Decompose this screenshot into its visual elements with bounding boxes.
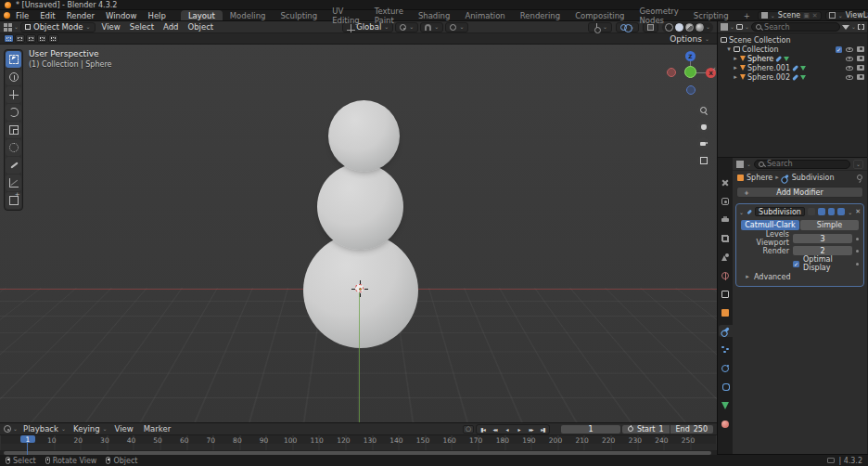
outliner-row-sphere-002[interactable]: ▸ Sphere.002 [718,72,867,82]
workspace-tab[interactable]: Compositing [568,10,632,20]
workspace-tab[interactable]: Rendering [513,10,568,20]
properties-search[interactable] [754,160,850,169]
filter-icon[interactable] [842,25,849,30]
workspace-tab[interactable]: Geometry Nodes [632,10,685,20]
show-in-viewport-toggle[interactable] [828,208,836,215]
blender-menu-icon[interactable] [4,12,10,19]
hide-in-viewport-icon[interactable] [846,57,853,61]
expand-icon[interactable]: ▸ [733,64,738,71]
properties-tab-physics[interactable] [719,362,733,374]
subdivision-type-button[interactable]: Simple [800,220,859,230]
menu-item[interactable]: File [10,10,34,20]
animate-property-icon[interactable] [856,263,859,265]
properties-tab-data[interactable] [719,399,733,411]
subdivision-type-button[interactable]: Catmull-Clark [741,220,799,230]
shading-rendered-button[interactable] [696,23,704,32]
timeline-menu-item[interactable]: Playback⌄ [19,424,70,434]
timeline-track[interactable] [0,444,717,450]
snowman-top-sphere[interactable] [328,100,400,172]
delete-modifier-icon[interactable]: ✕ [855,208,861,215]
properties-tab-render[interactable] [719,195,733,207]
select-mode-intersect-button[interactable] [48,34,58,43]
tool-annotate[interactable] [6,157,21,174]
properties-tab-scene[interactable] [719,251,733,263]
outliner-row-collection[interactable]: ▾ Collection ✓ [718,45,867,54]
menu-item[interactable]: Help [142,10,171,20]
workspace-tab[interactable]: Scripting [686,10,736,20]
pin-icon[interactable] [857,175,862,180]
outliner-row-sphere-001[interactable]: ▸ Sphere.001 [718,63,867,72]
advanced-section-toggle[interactable]: ▸ Advanced [745,271,855,282]
animate-property-icon[interactable] [856,250,859,252]
gizmo-y-axis[interactable] [684,66,696,78]
next-keyframe-button[interactable]: ▸▸ [525,425,537,434]
breadcrumb-object[interactable]: Sphere [747,174,772,182]
jump-to-end-button[interactable]: ▸▮ [537,425,549,434]
show-overlays-dropdown[interactable]: ⌄ [616,22,639,32]
view-layer-selector[interactable]: ⌄ ViewLayer ▣ ✕ [825,11,868,20]
render-levels-field[interactable]: 2 [793,246,852,255]
outliner-search[interactable] [751,22,840,32]
viewport-menu-item[interactable]: Select [125,22,159,32]
start-frame-field[interactable]: Start1 [622,425,670,434]
display-mode-icon[interactable] [736,24,743,30]
properties-tab-object[interactable] [719,306,733,318]
zoom-button[interactable] [697,104,709,116]
properties-tab-constraints[interactable] [719,381,733,393]
properties-options-icon[interactable]: ⌄ [853,160,863,169]
properties-tab-tool[interactable] [719,176,733,188]
animate-property-icon[interactable] [856,238,859,240]
properties-tab-world[interactable] [719,269,733,281]
menu-item[interactable]: Edit [34,10,60,20]
disable-in-render-icon[interactable] [857,74,864,80]
playhead[interactable]: 1 [20,435,35,443]
hide-in-viewport-icon[interactable] [846,47,853,52]
properties-tab-output[interactable] [719,214,733,226]
new-collection-icon[interactable] [858,24,864,30]
shading-material-button[interactable] [685,23,694,32]
tool-add-cube[interactable] [6,192,21,209]
sidebar-toggle-icon[interactable]: ‹ [713,65,716,73]
select-mode-set-button[interactable] [4,34,14,43]
levels-viewport-field[interactable]: 3 [793,234,852,243]
disable-in-render-icon[interactable] [857,46,864,52]
expand-icon[interactable]: ▸ [733,73,738,81]
3d-viewport[interactable]: User Perspective (1) Collection | Sphere… [0,45,717,422]
tool-measure[interactable] [6,175,21,191]
workspace-tab[interactable]: Texture Paint [367,10,411,20]
pan-button[interactable] [697,121,709,133]
modifier-name-field[interactable]: Subdivision [755,207,805,216]
hide-in-viewport-icon[interactable] [846,66,853,71]
optimal-display-checkbox[interactable]: ✓ [793,261,799,267]
gizmo-negative-z-axis[interactable] [686,85,696,95]
end-frame-field[interactable]: End250 [670,425,713,434]
navigation-gizmo[interactable]: Z X [665,48,717,100]
workspace-tab[interactable]: Animation [457,10,512,20]
mode-dropdown[interactable]: Object Mode ⌄ [20,22,96,32]
gizmo-negative-x-axis[interactable] [667,68,676,77]
workspace-tab[interactable]: Layout [181,10,223,20]
collection-checkbox[interactable]: ✓ [836,46,842,53]
expand-icon[interactable]: ▸ [733,55,738,62]
workspace-tab[interactable]: + [736,10,758,20]
proportional-editing-toggle[interactable]: ⌄ [445,22,468,32]
timeline-editor-type-icon[interactable] [4,425,11,433]
modifier-extras-icon[interactable]: ⌄ [848,209,852,215]
tool-select-box[interactable] [6,51,21,68]
properties-editor-type-icon[interactable] [736,161,744,168]
show-in-render-toggle[interactable] [837,208,845,215]
snowman-middle-sphere[interactable] [317,163,403,250]
select-mode-extend-button[interactable] [15,34,25,43]
collapse-icon[interactable]: ▾ [726,45,732,53]
timeline-ruler[interactable]: 1020304050607080901001101201301401501601… [0,434,717,444]
show-on-cage-toggle[interactable] [808,208,815,215]
editor-type-icon[interactable] [4,23,12,32]
outliner-search-input[interactable] [764,23,836,32]
gizmo-z-axis[interactable]: Z [685,51,696,61]
timeline-menu-item[interactable]: View [111,424,140,434]
workspace-tab[interactable]: Sculpting [273,10,325,20]
properties-tab-modifiers[interactable] [719,325,733,337]
show-in-editmode-toggle[interactable] [818,208,825,215]
perspective-toggle-button[interactable] [697,154,709,166]
previous-keyframe-button[interactable]: ◂◂ [489,425,501,434]
